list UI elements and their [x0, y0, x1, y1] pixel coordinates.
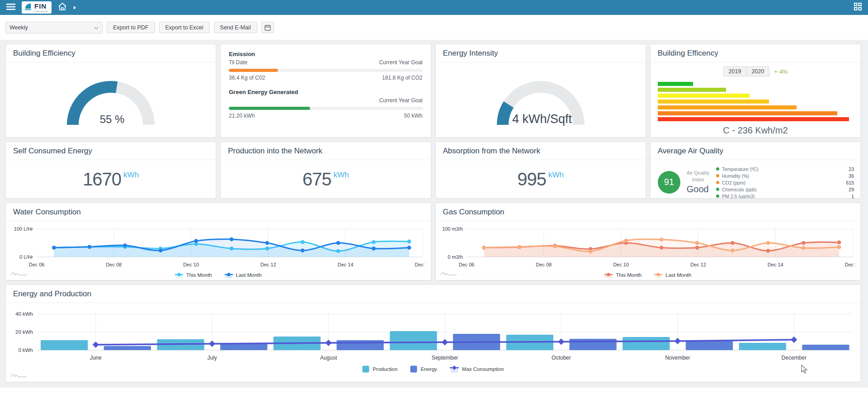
- air-quality-metric-list: Temperature (ºC)23Humidity (%)36CO2 (ppm…: [716, 165, 854, 199]
- period-select-value: Weekly: [9, 24, 28, 31]
- self-consumed-value: 1670: [83, 169, 121, 190]
- legend-item-this-month[interactable]: This Month: [604, 272, 642, 278]
- svg-text:Dec 06: Dec 06: [29, 262, 45, 267]
- svg-text:4 kWh/Sqft: 4 kWh/Sqft: [512, 112, 572, 126]
- metric-value: 23: [842, 166, 854, 172]
- svg-text:November: November: [665, 355, 690, 361]
- emission-value: 36.4 Kg of C02: [229, 75, 265, 81]
- svg-text:Dec 12: Dec 12: [690, 262, 706, 267]
- gas-consumption-chart-canvas[interactable]: Dec 06Dec 08Dec 10Dec 12Dec 14Dec 16100 …: [438, 223, 859, 271]
- chart-overview-icon[interactable]: [10, 371, 28, 380]
- building-efficency-rating-card: Building Efficency 2019 2020 + 4% C - 23…: [650, 44, 861, 138]
- water-chart-legend: This MonthLast Month: [8, 272, 429, 278]
- energy-intensity-gauge[interactable]: 4 kWh/Sqft: [436, 70, 646, 130]
- period-select[interactable]: Weekly: [5, 22, 103, 33]
- energy-intensity-card: Energy Intensity 4 kWh/Sqft: [435, 44, 646, 138]
- home-icon[interactable]: [58, 2, 67, 13]
- year-2020-button[interactable]: 2020: [746, 66, 769, 76]
- fin-logo-text: FIN: [34, 3, 48, 9]
- card-title: Energy and Production: [6, 285, 860, 303]
- legend-label: Energy: [420, 366, 437, 372]
- svg-text:October: October: [552, 355, 571, 361]
- fin-logo-subtext: Framework: [34, 10, 48, 13]
- dashboard-app: FIN Framework Weekly Export to PDF Expor…: [0, 0, 868, 408]
- svg-text:September: September: [432, 355, 458, 361]
- absorption-value: 995: [517, 169, 546, 190]
- fin-sail-icon: [24, 2, 33, 13]
- send-email-button[interactable]: Send E-Mail: [214, 22, 257, 33]
- svg-text:100 m3/h: 100 m3/h: [442, 226, 463, 232]
- air-quality-metric: Humidity (%)36: [716, 172, 854, 179]
- legend-label: Production: [373, 366, 397, 372]
- green-energy-value: 21.20 kWh: [229, 113, 255, 119]
- emission-progress-track: [229, 69, 422, 72]
- absorption-network-card: Absorption from the Network 995 kWh: [435, 142, 646, 199]
- energy-rating-bar: [658, 100, 769, 104]
- card-title: Energy Intensity: [436, 44, 646, 62]
- legend-item-this-month[interactable]: This Month: [175, 272, 212, 278]
- card-title: Production into the Network: [221, 142, 430, 160]
- export-pdf-button[interactable]: Export to PDF: [107, 22, 155, 33]
- fin-logo[interactable]: FIN Framework: [22, 1, 52, 14]
- air-quality-metric: Temperature (ºC)23: [716, 166, 854, 172]
- water-consumption-chart-canvas[interactable]: Dec 06Dec 08Dec 10Dec 12Dec 14Dec 16100 …: [8, 223, 429, 271]
- svg-text:Dec 12: Dec 12: [260, 262, 276, 267]
- calendar-button[interactable]: [261, 22, 274, 33]
- svg-text:20 kWh: 20 kWh: [15, 329, 33, 335]
- absorption-unit: kWh: [548, 171, 564, 180]
- menu-icon[interactable]: [6, 3, 15, 12]
- production-unit: kWh: [334, 171, 349, 180]
- gas-consumption-card: Gas Consumption Dec 06Dec 08Dec 10Dec 12…: [435, 203, 861, 280]
- energy-production-chart-legend: ProductionEnergyMax Consumption: [8, 365, 859, 373]
- svg-text:0 kWh: 0 kWh: [18, 347, 33, 353]
- green-energy-goal-value: 50 kWh: [404, 113, 423, 119]
- legend-label: This Month: [186, 272, 212, 278]
- air-quality-index-badge: 91: [658, 171, 680, 194]
- chart-overview-icon[interactable]: [10, 269, 28, 278]
- metric-dot-icon: [716, 167, 719, 171]
- metric-name: Humidity (%): [722, 173, 842, 179]
- legend-item-last-month[interactable]: Last Month: [654, 272, 691, 278]
- card-title: Building Efficiency: [6, 44, 216, 62]
- legend-label: This Month: [616, 272, 642, 278]
- metric-dot-icon: [716, 181, 719, 184]
- green-energy-title: Green Energy Generated: [229, 89, 422, 95]
- metric-value: 1: [842, 194, 854, 199]
- metric-name: Temperature (ºC): [722, 166, 842, 172]
- card-title: Self Consumed Energy: [6, 142, 216, 160]
- gas-chart-legend: This MonthLast Month: [438, 272, 859, 278]
- rating-delta: + 4%: [774, 68, 788, 75]
- chart-overview-icon[interactable]: [440, 269, 458, 278]
- svg-text:Dec 08: Dec 08: [536, 262, 552, 267]
- emission-progress-fill: [229, 69, 278, 72]
- svg-text:August: August: [320, 355, 337, 361]
- energy-rating-bar: [658, 117, 849, 121]
- legend-item-production[interactable]: Production: [362, 365, 397, 373]
- legend-label: Max Consumption: [462, 366, 504, 372]
- emission-title: Emission: [229, 51, 422, 57]
- svg-text:Dec 06: Dec 06: [458, 262, 474, 267]
- energy-rating-bar: [658, 105, 797, 109]
- legend-item-max-consumption[interactable]: Max Consumption: [450, 365, 504, 373]
- breadcrumb-caret-icon: [73, 4, 76, 12]
- legend-item-energy[interactable]: Energy: [410, 365, 437, 373]
- export-excel-button[interactable]: Export to Excel: [159, 22, 210, 33]
- building-efficiency-gauge[interactable]: 55 %: [6, 70, 216, 130]
- legend-label: Last Month: [236, 272, 262, 278]
- svg-text:0 L/Hr: 0 L/Hr: [19, 254, 33, 260]
- legend-item-last-month[interactable]: Last Month: [225, 272, 262, 278]
- svg-text:Dec 10: Dec 10: [183, 262, 199, 267]
- card-title: Water Consumption: [6, 203, 431, 221]
- energy-rating-bar: [658, 82, 693, 86]
- energy-rating-bar: [658, 94, 750, 98]
- apps-grid-icon[interactable]: [854, 3, 862, 12]
- metric-value: 29: [842, 187, 854, 192]
- emission-til-date-label: Til Date: [229, 59, 247, 66]
- svg-text:Dec 08: Dec 08: [106, 262, 122, 267]
- mouse-cursor: [801, 365, 808, 376]
- svg-text:Dec 10: Dec 10: [613, 262, 629, 267]
- year-2019-button[interactable]: 2019: [723, 66, 746, 76]
- metric-value: 615: [842, 180, 854, 185]
- metric-name: Chemicals (ppb): [722, 187, 842, 192]
- energy-production-chart-canvas[interactable]: 0 kWh20 kWh40 kWhJuneJulyAugustSeptember…: [8, 305, 859, 365]
